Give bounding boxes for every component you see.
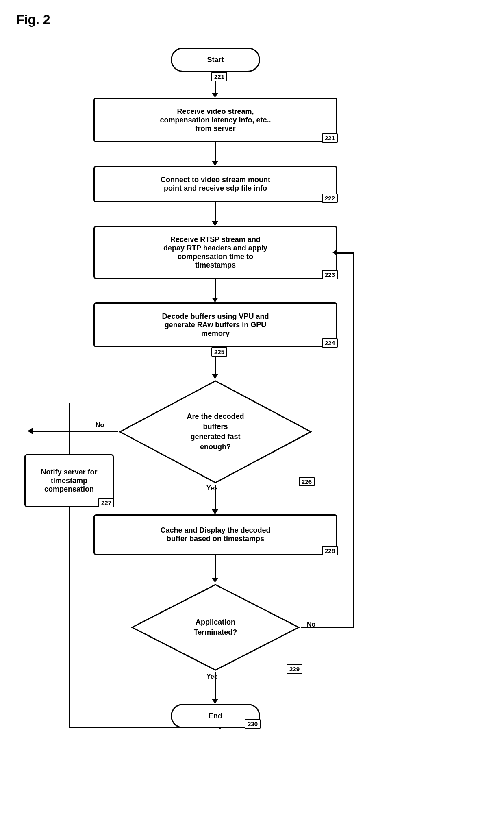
num-224: 224	[322, 338, 338, 348]
arrow-yes2-v	[215, 672, 216, 701]
num-230: 230	[245, 719, 261, 729]
node-224: Decode buffers using VPU and generate RA…	[93, 302, 337, 347]
arrowhead-222-223	[212, 221, 218, 226]
arrowhead-start-221	[212, 93, 218, 98]
arrow-no2-v	[353, 252, 354, 628]
arrow-228-229	[215, 555, 216, 579]
arrowhead-no2-top	[332, 249, 337, 256]
arrow-222-223	[215, 202, 216, 223]
figure-title: Fig. 2	[16, 12, 488, 27]
arrowhead-221-222	[212, 161, 218, 166]
start-node: Start	[171, 48, 260, 72]
arrow-no2-h	[301, 627, 354, 628]
arrow-223-224	[215, 279, 216, 299]
arrow-221-222	[215, 142, 216, 163]
num-225: 225	[211, 347, 227, 357]
node-223: Receive RTSP stream and depay RTP header…	[93, 226, 337, 279]
node-228: Cache and Display the decoded buffer bas…	[93, 514, 337, 555]
num-222: 222	[322, 194, 338, 203]
node-221: Receive video stream, compensation laten…	[93, 98, 337, 142]
label-no1: No	[96, 422, 104, 429]
num-226: 226	[299, 477, 315, 486]
arrow-no2-top-h	[337, 252, 354, 254]
num-221: 221	[322, 133, 338, 143]
flowchart: Start 221 Receive video stream, compensa…	[16, 35, 488, 816]
num-223: 223	[322, 270, 338, 279]
arrow-227-up	[69, 403, 70, 454]
arrow-yes1-v	[215, 485, 216, 511]
node-222: Connect to video stream mount point and …	[93, 166, 337, 202]
num-227: 227	[98, 498, 114, 507]
num-229: 229	[287, 664, 302, 674]
arrow-227-down	[69, 507, 70, 727]
node-227: Notify server for timestamp compensation…	[24, 454, 114, 507]
arrowhead-228-229	[212, 578, 218, 583]
arrow-no-h	[33, 431, 118, 432]
page: Fig. 2 Start 221 Receive video stream, c…	[0, 0, 504, 816]
arrowhead-no	[28, 428, 33, 434]
node-229: Application Terminated? 229	[130, 583, 301, 672]
num-228: 228	[322, 546, 338, 555]
arrowhead-yes2	[212, 699, 218, 704]
node-226: Are the decoded buffers generated fast e…	[118, 379, 313, 485]
end-node: End 230	[171, 704, 260, 728]
arrowhead-223-224	[212, 298, 218, 302]
arrowhead-224-225	[212, 374, 218, 379]
num-start: 221	[211, 72, 227, 81]
arrowhead-yes1	[212, 509, 218, 514]
